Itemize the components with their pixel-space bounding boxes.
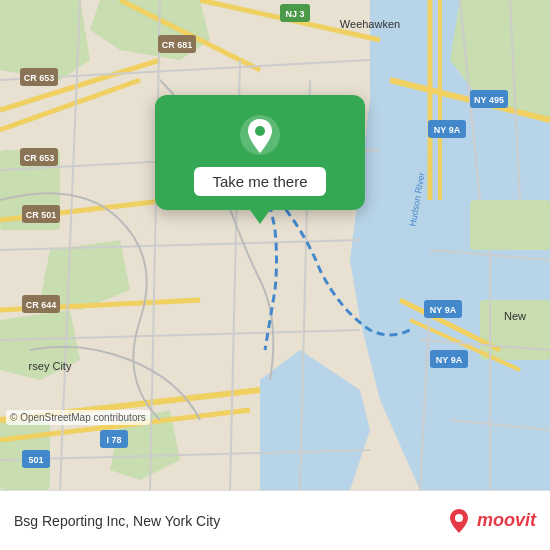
bottom-bar: Bsg Reporting Inc, New York City moovit xyxy=(0,490,550,550)
take-me-there-button[interactable]: Take me there xyxy=(194,167,325,196)
svg-text:Weehawken: Weehawken xyxy=(340,18,400,30)
svg-text:CR 644: CR 644 xyxy=(26,300,57,310)
map-container[interactable]: NJ 3 CR 653 CR 653 CR 681 CR 501 CR 644 … xyxy=(0,0,550,490)
svg-text:New: New xyxy=(504,310,526,322)
svg-text:NJ 3: NJ 3 xyxy=(285,9,304,19)
svg-text:501: 501 xyxy=(28,455,43,465)
svg-text:NY 9A: NY 9A xyxy=(430,305,457,315)
svg-text:CR 681: CR 681 xyxy=(162,40,193,50)
svg-text:rsey City: rsey City xyxy=(29,360,72,372)
svg-text:CR 653: CR 653 xyxy=(24,153,55,163)
svg-text:NY 495: NY 495 xyxy=(474,95,504,105)
svg-text:CR 501: CR 501 xyxy=(26,210,57,220)
svg-text:I 78: I 78 xyxy=(106,435,121,445)
svg-text:NY 9A: NY 9A xyxy=(436,355,463,365)
location-label: Bsg Reporting Inc, New York City xyxy=(14,513,220,529)
svg-text:NY 9A: NY 9A xyxy=(434,125,461,135)
moovit-logo: moovit xyxy=(445,507,536,535)
location-popup[interactable]: Take me there xyxy=(155,95,365,210)
svg-point-72 xyxy=(255,126,265,136)
moovit-pin-icon xyxy=(445,507,473,535)
map-attribution: © OpenStreetMap contributors xyxy=(6,410,150,425)
svg-text:CR 653: CR 653 xyxy=(24,73,55,83)
location-pin-icon xyxy=(238,113,282,157)
svg-rect-12 xyxy=(470,200,550,250)
moovit-brand-name: moovit xyxy=(477,510,536,531)
svg-point-73 xyxy=(455,514,463,522)
